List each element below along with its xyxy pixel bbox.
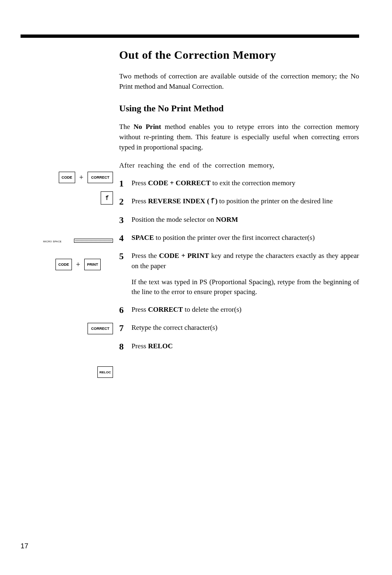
- key-reverse-index: ↑̄: [101, 191, 113, 205]
- key-correct: CORRECT: [88, 172, 113, 183]
- key-illustration-step5: CODE + PRINT: [43, 259, 113, 270]
- content-column: Out of the Correction Memory Two methods…: [119, 48, 359, 359]
- plus-icon-2: +: [76, 260, 80, 269]
- step-text: Press RELOC: [131, 341, 359, 352]
- step-number: 4: [119, 233, 131, 244]
- intro-paragraph: Two methods of correction are available …: [119, 71, 359, 92]
- step-text: Press CORRECT to delete the error(s): [131, 305, 359, 315]
- key-code: CODE: [59, 172, 75, 183]
- step-number: 2: [119, 196, 131, 207]
- page: CODE + CORRECT ↑̄ MICRO SPACE CODE + PRI…: [0, 0, 392, 575]
- step-1: 1 Press CODE + CORRECT to exit the corre…: [119, 178, 359, 189]
- key-print: PRINT: [84, 259, 101, 270]
- step-6: 6 Press CORRECT to delete the error(s): [119, 305, 359, 315]
- key-reloc: RELOC: [97, 366, 113, 378]
- step-3: 3 Position the mode selector on NORM: [119, 215, 359, 225]
- plus-icon: +: [79, 173, 83, 182]
- key-illustration-step6: CORRECT: [43, 323, 113, 334]
- step-4: 4 SPACE to position the printer over the…: [119, 233, 359, 244]
- key-illustration-step2: ↑̄: [43, 191, 113, 205]
- step-number: 3: [119, 215, 131, 225]
- step-7: 7 Retype the correct character(s): [119, 323, 359, 334]
- key-illustration-step8: RELOC: [43, 366, 113, 378]
- step-number: 6: [119, 305, 131, 315]
- step-text: Press CODE + CORRECT to exit the correct…: [131, 178, 359, 189]
- step-8: 8 Press RELOC: [119, 341, 359, 352]
- lead-in: After reaching the end of the correction…: [119, 161, 359, 171]
- step-text: Position the mode selector on NORM: [131, 215, 359, 225]
- step-text: Press the CODE + PRINT key and retype th…: [131, 251, 359, 297]
- key-code-2: CODE: [55, 259, 72, 270]
- step-list: 1 Press CODE + CORRECT to exit the corre…: [119, 178, 359, 352]
- page-number: 17: [21, 542, 28, 550]
- key-illustration-step4: MICRO SPACE: [43, 239, 113, 243]
- step-5: 5 Press the CODE + PRINT key and retype …: [119, 251, 359, 297]
- step-text: SPACE to position the printer over the f…: [131, 233, 359, 243]
- page-title: Out of the Correction Memory: [119, 48, 359, 62]
- step-note: If the text was typed in PS (Proportiona…: [131, 277, 359, 297]
- step-number: 7: [119, 323, 131, 334]
- step-text: Press REVERSE INDEX (↑̄) to position the…: [131, 196, 359, 207]
- step-number: 5: [119, 251, 131, 262]
- step-number: 8: [119, 341, 131, 352]
- top-rule: [21, 34, 359, 38]
- key-correct-2: CORRECT: [88, 323, 113, 334]
- step-text: Retype the correct character(s): [131, 323, 359, 333]
- body-paragraph-1: The No Print method enables you to retyp…: [119, 122, 359, 152]
- key-illustration-step1: CODE + CORRECT: [43, 172, 113, 183]
- key-spacebar: [74, 239, 113, 243]
- section-heading: Using the No Print Method: [119, 103, 359, 114]
- step-number: 1: [119, 178, 131, 189]
- step-2: 2 Press REVERSE INDEX (↑̄) to position t…: [119, 196, 359, 207]
- micro-space-label: MICRO SPACE: [43, 240, 62, 243]
